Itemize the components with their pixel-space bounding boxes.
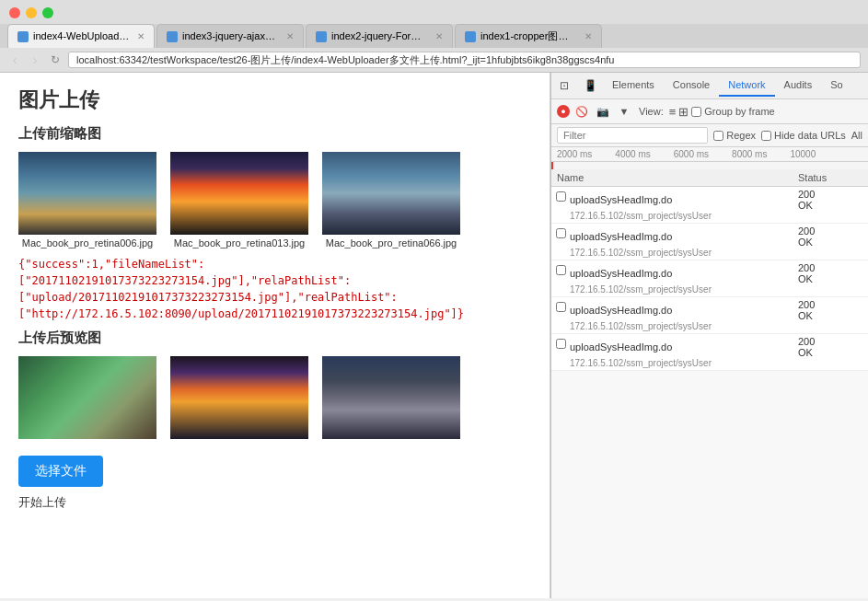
row-sub-3: 172.16.5.102/ssm_project/sysUser (570, 284, 862, 295)
view-label: View: (639, 106, 664, 117)
main-layout: 图片上传 上传前缩略图 Mac_book_pro_retina006.jpg M… (0, 73, 868, 598)
page-title: 图片上传 (18, 87, 531, 114)
tab-label-4: index1-cropper图片剪切上 (480, 29, 577, 43)
thumbnail-after-2 (170, 356, 308, 439)
tab-label-1: index4-WebUploader多文件上传 (33, 29, 130, 43)
address-bar: ‹ › ↻ (0, 48, 868, 73)
traffic-light-red[interactable] (9, 7, 20, 18)
devtools-tab-audits[interactable]: Audits (775, 75, 822, 97)
choose-file-button[interactable]: 选择文件 (18, 456, 103, 487)
tab-1[interactable]: index4-WebUploader多文件上传 ✕ (7, 24, 155, 48)
group-by-frame-label: Group by frame (704, 106, 774, 117)
thumbnail-after-3 (322, 356, 460, 439)
browser-chrome: index4-WebUploader多文件上传 ✕ index3-jquery-… (0, 0, 868, 73)
row-checkbox-4[interactable] (556, 302, 566, 312)
timeline-marker-5: 10000 (790, 149, 816, 159)
filter-icon-btn[interactable]: ▼ (615, 102, 633, 121)
traffic-light-green[interactable] (42, 7, 53, 18)
thumbnail-name-1: Mac_book_pro_retina006.jpg (22, 237, 154, 248)
row-sub-2: 172.16.5.102/ssm_project/sysUser (570, 248, 862, 258)
row-sub-1: 172.16.5.102/ssm_project/sysUser (570, 211, 862, 221)
tab-favicon-4 (465, 31, 476, 42)
hide-data-urls-checkbox[interactable] (761, 131, 771, 141)
tab-favicon-3 (316, 31, 327, 42)
title-bar (0, 0, 868, 24)
thumbnail-image-2 (170, 152, 308, 235)
row-name-3: uploadSysHeadImg.do (570, 268, 798, 279)
thumbnail-image-3 (322, 152, 460, 235)
thumbnail-before-1: Mac_book_pro_retina006.jpg (18, 152, 156, 248)
row-status-2: 200 OK (798, 225, 862, 248)
tab-close-2[interactable]: ✕ (286, 31, 294, 41)
timeline-marker-2: 4000 ms (615, 149, 650, 159)
grid-view-icon[interactable]: ⊞ (678, 105, 689, 119)
devtools-phone-icon[interactable]: 📱 (577, 73, 603, 98)
group-by-frame-group: Group by frame (691, 106, 774, 117)
row-checkbox-2[interactable] (556, 228, 566, 238)
row-status-3: 200 OK (798, 262, 862, 284)
thumbnail-before-3: Mac_book_pro_retina066.jpg (322, 152, 460, 248)
row-name-5: uploadSysHeadImg.do (570, 341, 798, 353)
tab-4[interactable]: index1-cropper图片剪切上 ✕ (455, 24, 602, 48)
tab-close-4[interactable]: ✕ (584, 31, 592, 41)
network-row-main-2: uploadSysHeadImg.do 200 OK (570, 225, 862, 248)
devtools-tab-console[interactable]: Console (664, 75, 719, 97)
thumbnail-before-2: Mac_book_pro_retina013.jpg (170, 152, 308, 248)
regex-checkbox[interactable] (713, 131, 723, 141)
list-view-icon[interactable]: ≡ (669, 105, 677, 119)
url-input[interactable] (68, 52, 861, 68)
network-row-1[interactable]: uploadSysHeadImg.do 200 OK 172.16.5.102/… (551, 187, 868, 224)
devtools-panel: ⊡ 📱 Elements Console Network Audits So ●… (550, 73, 868, 598)
regex-group: Regex (713, 130, 756, 141)
network-row-main-4: uploadSysHeadImg.do 200 OK (570, 299, 862, 321)
hide-data-urls-group: Hide data URLs (761, 130, 846, 141)
row-checkbox-3[interactable] (556, 265, 566, 275)
network-row-2[interactable]: uploadSysHeadImg.do 200 OK 172.16.5.102/… (551, 224, 868, 260)
network-row-4[interactable]: uploadSysHeadImg.do 200 OK 172.16.5.102/… (551, 297, 868, 334)
timeline-ruler: 2000 ms 4000 ms 6000 ms 8000 ms 10000 (551, 147, 868, 162)
json-response: {"success":1,"fileNameList":["2017110219… (18, 256, 531, 322)
start-upload-link[interactable]: 开始上传 (18, 494, 531, 511)
network-row-5[interactable]: uploadSysHeadImg.do 200 OK 172.16.5.102/… (551, 334, 868, 371)
devtools-tab-so[interactable]: So (821, 75, 851, 97)
clear-button[interactable]: 🚫 (573, 102, 591, 121)
regex-label: Regex (726, 130, 756, 141)
section-before-title: 上传前缩略图 (18, 125, 531, 143)
tab-2[interactable]: index3-jquery-ajax提交 ✕ (156, 24, 304, 48)
reload-button[interactable]: ↻ (48, 52, 63, 67)
filter-bar: Regex Hide data URLs All (551, 124, 868, 147)
record-button[interactable]: ● (557, 105, 570, 118)
row-checkbox-1[interactable] (556, 191, 566, 202)
thumbnail-name-2: Mac_book_pro_retina013.jpg (174, 237, 306, 248)
camera-icon-btn[interactable]: 📷 (594, 102, 612, 121)
devtools-cursor-icon[interactable]: ⊡ (551, 73, 577, 98)
devtools-tab-network[interactable]: Network (719, 75, 774, 97)
traffic-light-yellow[interactable] (26, 7, 37, 18)
group-by-frame-checkbox[interactable] (691, 107, 701, 117)
timeline-marker-3: 6000 ms (674, 149, 709, 159)
network-row-main-3: uploadSysHeadImg.do 200 OK (570, 262, 862, 284)
back-button[interactable]: ‹ (7, 52, 22, 67)
row-name-1: uploadSysHeadImg.do (570, 194, 798, 205)
thumbnails-before-row: Mac_book_pro_retina006.jpg Mac_book_pro_… (18, 152, 531, 248)
timeline-marker-1: 2000 ms (557, 149, 592, 159)
timeline-marker-4: 8000 ms (732, 149, 767, 159)
row-name-4: uploadSysHeadImg.do (570, 305, 798, 316)
network-row-3[interactable]: uploadSysHeadImg.do 200 OK 172.16.5.102/… (551, 260, 868, 297)
network-row-main-5: uploadSysHeadImg.do 200 OK (570, 336, 862, 358)
tab-3[interactable]: index2-jquery-Form表单提交 ✕ (306, 24, 453, 48)
devtools-tab-elements[interactable]: Elements (603, 75, 664, 97)
forward-button[interactable]: › (28, 52, 42, 67)
tab-favicon-1 (17, 31, 29, 42)
tab-label-2: index3-jquery-ajax提交 (182, 29, 279, 43)
tab-close-3[interactable]: ✕ (435, 31, 443, 41)
tab-close-1[interactable]: ✕ (137, 31, 145, 41)
filter-input[interactable] (557, 127, 708, 144)
col-status-header: Status (798, 172, 862, 183)
row-name-2: uploadSysHeadImg.do (570, 231, 798, 242)
timeline-bar-area (551, 162, 868, 169)
all-filter-button[interactable]: All (851, 130, 862, 141)
network-row-main-1: uploadSysHeadImg.do 200 OK (570, 189, 862, 211)
row-sub-5: 172.16.5.102/ssm_project/sysUser (570, 358, 862, 368)
row-checkbox-5[interactable] (556, 339, 566, 349)
